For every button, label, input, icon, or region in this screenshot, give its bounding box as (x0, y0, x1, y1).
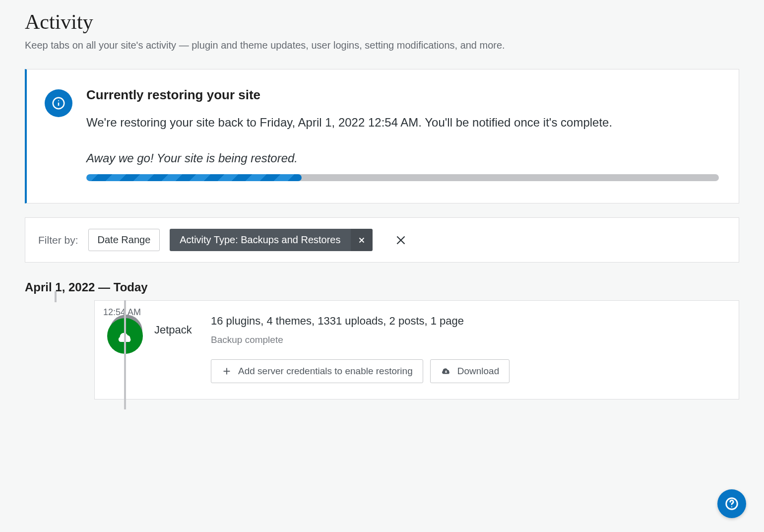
activity-source: Jetpack (154, 324, 199, 336)
cloud-download-icon (441, 366, 451, 377)
activity-summary: 16 plugins, 4 themes, 1331 uploads, 2 po… (211, 315, 724, 328)
add-credentials-label: Add server credentials to enable restori… (238, 366, 413, 377)
activity-type-chip: Activity Type: Backups and Restores (170, 229, 372, 251)
download-button[interactable]: Download (430, 359, 510, 383)
restore-status: Away we go! Your site is being restored. (86, 151, 719, 165)
clear-filters-icon[interactable] (394, 234, 407, 247)
timeline-time: 12:54 AM (103, 307, 141, 318)
restore-notice-card: Currently restoring your site We're rest… (25, 69, 739, 203)
filter-bar: Filter by: Date Range Activity Type: Bac… (25, 217, 739, 263)
timeline-entry: 12:54 AM Jetpack 16 plugins, 4 themes, 1… (94, 300, 739, 399)
page-subtitle: Keep tabs on all your site's activity — … (25, 40, 739, 51)
filter-label: Filter by: (38, 234, 78, 246)
restore-message: We're restoring your site back to Friday… (86, 114, 719, 132)
svg-point-2 (58, 100, 59, 101)
download-label: Download (457, 366, 500, 377)
timeline-date-heading: April 1, 2022 — Today (25, 280, 739, 294)
date-range-button[interactable]: Date Range (88, 229, 160, 251)
add-credentials-button[interactable]: Add server credentials to enable restori… (211, 359, 423, 383)
page-title: Activity (25, 10, 739, 34)
activity-type-chip-label: Activity Type: Backups and Restores (170, 229, 350, 251)
chip-close-icon[interactable] (351, 229, 373, 251)
restore-title: Currently restoring your site (86, 87, 719, 103)
info-icon (45, 89, 72, 117)
timeline: 12:54 AM Jetpack 16 plugins, 4 themes, 1… (25, 300, 739, 399)
progress-bar (86, 174, 719, 181)
activity-status: Backup complete (211, 334, 724, 345)
progress-fill (86, 174, 302, 181)
activity-card: Jetpack 16 plugins, 4 themes, 1331 uploa… (94, 300, 739, 399)
plus-icon (221, 366, 232, 377)
